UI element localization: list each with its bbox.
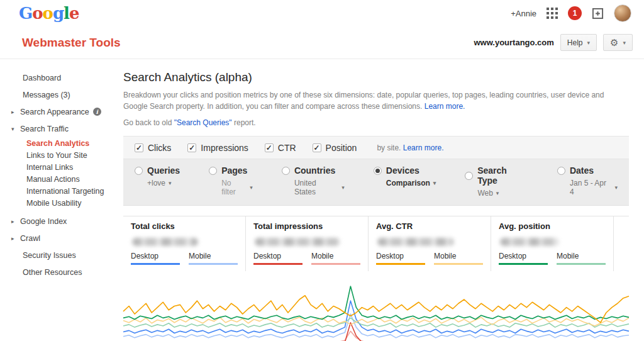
notifications-badge[interactable]: 1	[568, 6, 582, 20]
countries-filter-dropdown[interactable]: United States ▾	[294, 179, 345, 196]
sidebar-item-internal-links[interactable]: Internal Links	[0, 161, 117, 173]
countries-filter-value: United States	[294, 179, 338, 196]
ctr-checkbox[interactable]: ✓	[265, 143, 274, 152]
site-url: www.yourtango.com	[474, 38, 553, 47]
sidebar-item-crawl[interactable]: ▸ Crawl	[0, 230, 117, 247]
legend-label: Desktop	[253, 252, 281, 260]
by-site-learn-more-link[interactable]: Learn more.	[403, 143, 444, 152]
analytics-chart[interactable]: 1/9/151/13/151/17/151/21/151/25/151/29/1…	[123, 284, 629, 341]
clicks-checkbox-group[interactable]: ✓ Clicks	[135, 143, 171, 153]
app-title: Webmaster Tools	[22, 36, 121, 50]
sidebar-item-search-appearance[interactable]: ▸ Search Appearance i	[0, 103, 117, 120]
sidebar-item-security-issues[interactable]: Security Issues	[0, 247, 117, 264]
ctr-checkbox-group[interactable]: ✓ CTR	[265, 143, 296, 153]
devices-radio[interactable]	[374, 167, 382, 175]
impressions-checkbox-group[interactable]: ✓ Impressions	[187, 143, 248, 153]
dimension-search-type[interactable]: Search Type Web ▾	[465, 165, 528, 198]
summary-cards: Total clicks Desktop Mobile Total impres…	[123, 216, 629, 271]
sidebar-item-manual-actions[interactable]: Manual Actions	[0, 173, 117, 185]
learn-more-link[interactable]: Learn more.	[425, 102, 465, 111]
position-checkbox[interactable]: ✓	[313, 143, 321, 152]
caret-right-icon: ▸	[11, 109, 20, 115]
metrics-bar: ✓ Clicks ✓ Impressions ✓ CTR ✓ Position …	[123, 136, 629, 159]
apps-grid-icon[interactable]	[547, 8, 558, 19]
chart-plot-area[interactable]	[123, 284, 629, 341]
go-back-line: Go back to old "Search Queries" report.	[123, 118, 629, 127]
queries-radio[interactable]	[135, 167, 143, 175]
dates-label: Dates	[570, 165, 594, 176]
legend-label: Mobile	[434, 252, 456, 260]
search-type-radio[interactable]	[465, 172, 473, 180]
caret-down-icon: ▾	[433, 180, 436, 186]
caret-right-icon: ▸	[11, 218, 20, 225]
position-mobile-legend[interactable]: Mobile	[557, 252, 606, 265]
redacted-value	[500, 238, 559, 246]
ctr-desktop-legend[interactable]: Desktop	[376, 252, 425, 265]
avatar[interactable]	[614, 4, 631, 22]
go-back-suffix: report.	[232, 118, 256, 127]
impressions-mobile-legend[interactable]: Mobile	[311, 252, 360, 265]
total-impressions-title: Total impressions	[253, 221, 360, 231]
clicks-desktop-legend[interactable]: Desktop	[131, 252, 180, 265]
sidebar-item-mobile-usability[interactable]: Mobile Usability	[0, 197, 117, 209]
position-desktop-legend[interactable]: Desktop	[499, 252, 548, 265]
cards-spacer	[614, 216, 629, 271]
dates-radio[interactable]	[557, 167, 565, 175]
logo-letter: G	[19, 4, 32, 23]
sidebar-item-other-resources[interactable]: Other Resources	[0, 264, 117, 281]
logo-letter: l	[64, 4, 69, 23]
devices-filter-dropdown[interactable]: Comparison ▾	[386, 179, 436, 187]
dimension-queries[interactable]: Queries +love ▾	[135, 165, 180, 198]
caret-down-icon: ▾	[341, 184, 345, 191]
dimension-pages[interactable]: Pages No filter ▾	[209, 165, 253, 198]
queries-filter-dropdown[interactable]: +love ▾	[147, 179, 180, 187]
help-button[interactable]: Help ▾	[560, 34, 597, 51]
google-logo[interactable]: Google	[19, 4, 79, 23]
gear-icon: ⚙	[610, 38, 618, 47]
pages-filter-dropdown[interactable]: No filter ▾	[221, 179, 253, 196]
dimension-devices[interactable]: Devices Comparison ▾	[374, 165, 436, 198]
pages-radio[interactable]	[209, 167, 217, 175]
sidebar-item-messages[interactable]: Messages (3)	[0, 86, 117, 103]
sidebar-item-label: Internal Links	[26, 163, 73, 172]
position-checkbox-label: Position	[326, 143, 357, 153]
sidebar-item-links-to-your-site[interactable]: Links to Your Site	[0, 149, 117, 161]
avg-ctr-card: Avg. CTR Desktop Mobile	[369, 216, 491, 271]
caret-down-icon: ▾	[11, 126, 20, 132]
redacted-value	[377, 238, 454, 246]
sidebar-item-dashboard[interactable]: Dashboard	[0, 69, 117, 86]
logo-letter: e	[69, 4, 79, 23]
position-checkbox-group[interactable]: ✓ Position	[313, 143, 357, 153]
countries-radio[interactable]	[282, 167, 290, 175]
clicks-checkbox[interactable]: ✓	[135, 143, 143, 152]
sidebar-item-search-analytics[interactable]: Search Analytics	[0, 137, 117, 149]
dimension-countries[interactable]: Countries United States ▾	[282, 165, 345, 198]
search-type-filter-dropdown[interactable]: Web ▾	[477, 189, 528, 198]
sidebar-item-international-targeting[interactable]: International Targeting	[0, 185, 117, 197]
sidebar: Dashboard Messages (3) ▸ Search Appearan…	[0, 59, 117, 281]
sidebar-item-label: Search Traffic	[20, 125, 69, 133]
caret-right-icon: ▸	[11, 235, 20, 242]
clicks-checkbox-label: Clicks	[148, 143, 171, 153]
dimension-dates[interactable]: Dates Jan 5 - Apr 4 ▾	[557, 165, 618, 198]
sidebar-item-label: Messages (3)	[23, 91, 70, 99]
settings-button[interactable]: ⚙ ▾	[603, 34, 633, 51]
queries-filter-value: +love	[147, 179, 165, 187]
by-site-label: by site.	[377, 143, 401, 152]
dates-filter-dropdown[interactable]: Jan 5 - Apr 4 ▾	[570, 179, 618, 196]
ctr-mobile-legend[interactable]: Mobile	[434, 252, 483, 265]
pages-label: Pages	[221, 165, 247, 176]
apps-grid-glyph	[547, 8, 558, 19]
clicks-mobile-legend[interactable]: Mobile	[189, 252, 238, 265]
account-name-link[interactable]: +Annie	[511, 9, 536, 18]
impressions-desktop-legend[interactable]: Desktop	[253, 252, 303, 265]
sidebar-item-google-index[interactable]: ▸ Google Index	[0, 213, 117, 230]
impressions-checkbox[interactable]: ✓	[187, 143, 196, 152]
caret-down-icon: ▾	[614, 184, 618, 191]
info-icon[interactable]: i	[93, 108, 101, 116]
dimensions-bar: Queries +love ▾ Pages No filter ▾	[123, 159, 629, 206]
search-queries-link[interactable]: "Search Queries"	[174, 118, 232, 127]
sidebar-item-search-traffic[interactable]: ▾ Search Traffic	[0, 120, 117, 137]
add-box-icon[interactable]	[592, 8, 604, 20]
legend-label: Desktop	[131, 252, 158, 260]
